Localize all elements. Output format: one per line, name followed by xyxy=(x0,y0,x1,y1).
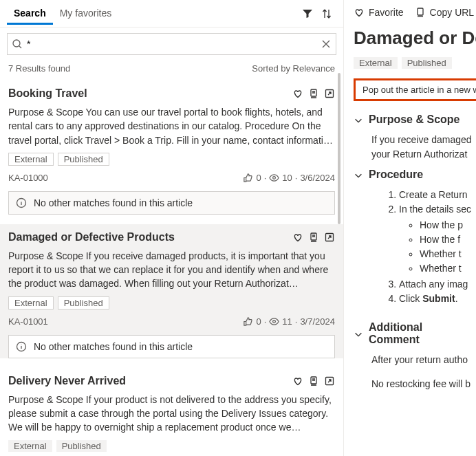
thumb-icon xyxy=(243,173,253,183)
copy-url-button[interactable]: Copy URL xyxy=(415,7,475,18)
link-icon[interactable] xyxy=(308,232,319,243)
tag-external: External xyxy=(8,296,54,310)
tag-published: Published xyxy=(402,57,452,69)
result-card[interactable]: Booking Travel Purpose & Scope You can u… xyxy=(0,80,343,215)
info-icon xyxy=(16,197,27,208)
article-panel: Favorite Copy URL Damaged or De External… xyxy=(344,0,476,456)
result-title: Delivery Never Arrived xyxy=(8,375,292,387)
no-match-banner: No other matches found in this article xyxy=(8,191,335,215)
result-title: Booking Travel xyxy=(8,87,292,100)
section-body: Create a Return In the details sec How t… xyxy=(354,188,476,306)
search-input[interactable] xyxy=(23,39,321,50)
section-toggle[interactable]: Additional Comment xyxy=(354,321,476,346)
heart-icon[interactable] xyxy=(292,232,303,243)
heart-icon[interactable] xyxy=(292,376,303,387)
section-body: If you receive damaged your Return Autho… xyxy=(354,133,476,162)
svg-point-0 xyxy=(13,40,20,47)
result-title: Damaged or Defective Products xyxy=(8,231,292,243)
search-icon xyxy=(12,39,23,50)
result-id: KA-01000 xyxy=(8,173,243,183)
section-body: After your return autho No restocking fe… xyxy=(354,353,476,391)
favorite-button[interactable]: Favorite xyxy=(354,7,404,18)
eye-icon xyxy=(269,316,279,327)
chevron-down-icon xyxy=(354,329,363,339)
result-card[interactable]: Delivery Never Arrived Purpose & Scope I… xyxy=(0,368,343,456)
link-icon[interactable] xyxy=(308,376,319,387)
thumb-icon xyxy=(243,316,253,327)
result-preview: Purpose & Scope If you receive damaged p… xyxy=(8,249,335,291)
tab-favorites[interactable]: My favorites xyxy=(53,2,118,25)
no-match-banner: No other matches found in this article xyxy=(8,335,335,358)
chevron-down-icon xyxy=(354,116,363,125)
section-toggle[interactable]: Purpose & Scope xyxy=(354,113,476,126)
link-icon xyxy=(415,7,426,18)
tag-published: Published xyxy=(58,153,109,166)
heart-icon[interactable] xyxy=(292,88,303,99)
link-icon[interactable] xyxy=(308,88,319,99)
popout-icon[interactable] xyxy=(324,88,335,99)
popout-icon[interactable] xyxy=(324,232,335,243)
popout-icon[interactable] xyxy=(324,376,335,387)
result-preview: Purpose & Scope You can use our travel p… xyxy=(8,105,335,147)
search-box[interactable] xyxy=(7,33,336,55)
heart-icon xyxy=(354,7,365,18)
tab-search[interactable]: Search xyxy=(7,2,53,25)
svg-point-7 xyxy=(273,320,276,323)
results-list: Booking Travel Purpose & Scope You can u… xyxy=(0,80,343,456)
result-id: KA-01001 xyxy=(8,316,243,327)
svg-rect-12 xyxy=(418,8,423,15)
results-sort: Sorted by Relevance xyxy=(252,63,335,74)
results-count: 7 Results found xyxy=(8,63,70,74)
svg-point-3 xyxy=(273,177,276,180)
info-icon xyxy=(16,341,27,352)
tag-external: External xyxy=(8,153,54,166)
result-card[interactable]: Damaged or Defective Products Purpose & … xyxy=(0,224,343,358)
chevron-down-icon xyxy=(354,171,363,180)
filter-icon[interactable] xyxy=(298,4,317,23)
tag-published: Published xyxy=(56,440,107,452)
eye-icon xyxy=(269,173,279,183)
tag-published: Published xyxy=(58,296,109,310)
sort-icon[interactable] xyxy=(317,4,336,23)
result-preview: Purpose & Scope If your product is not d… xyxy=(8,393,335,435)
section-toggle[interactable]: Procedure xyxy=(354,169,476,181)
result-stats: 0 · 11 · 3/7/2024 xyxy=(243,316,335,327)
tag-external: External xyxy=(8,440,52,452)
clear-icon[interactable] xyxy=(321,39,332,50)
result-stats: 0 · 10 · 3/6/2024 xyxy=(243,173,335,183)
tabs-bar: Search My favorites xyxy=(0,0,343,28)
scrollbar-thumb[interactable] xyxy=(338,73,340,224)
tag-external: External xyxy=(354,57,398,69)
results-header: 7 Results found Sorted by Relevance xyxy=(0,61,343,80)
popout-tooltip: Pop out the article in a new window xyxy=(354,78,476,101)
article-title: Damaged or De xyxy=(354,28,476,49)
